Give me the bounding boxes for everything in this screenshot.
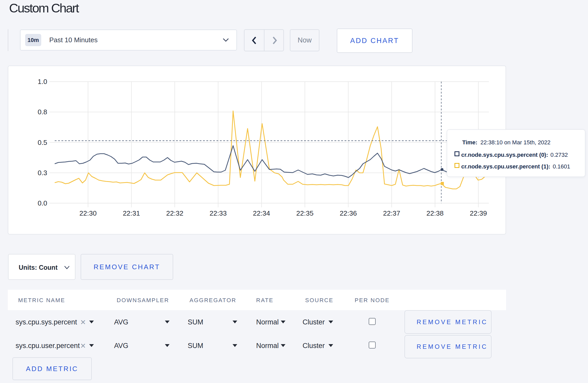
- svg-text:22:36: 22:36: [340, 209, 357, 217]
- svg-text:0.3: 0.3: [38, 169, 47, 177]
- svg-text:22:32: 22:32: [166, 209, 183, 217]
- svg-text:0.5: 0.5: [38, 139, 47, 146]
- svg-text:22:34: 22:34: [253, 209, 270, 217]
- svg-text:22:33: 22:33: [209, 209, 227, 217]
- svg-text:0.0: 0.0: [38, 199, 47, 207]
- svg-text:1.0: 1.0: [38, 78, 47, 86]
- svg-text:22:31: 22:31: [123, 209, 140, 217]
- svg-text:22:37: 22:37: [383, 209, 400, 217]
- svg-text:0.8: 0.8: [38, 108, 47, 116]
- svg-text:22:39: 22:39: [470, 209, 487, 217]
- svg-text:22:38: 22:38: [426, 209, 444, 217]
- svg-text:22:30: 22:30: [79, 209, 96, 217]
- svg-text:22:35: 22:35: [296, 209, 313, 217]
